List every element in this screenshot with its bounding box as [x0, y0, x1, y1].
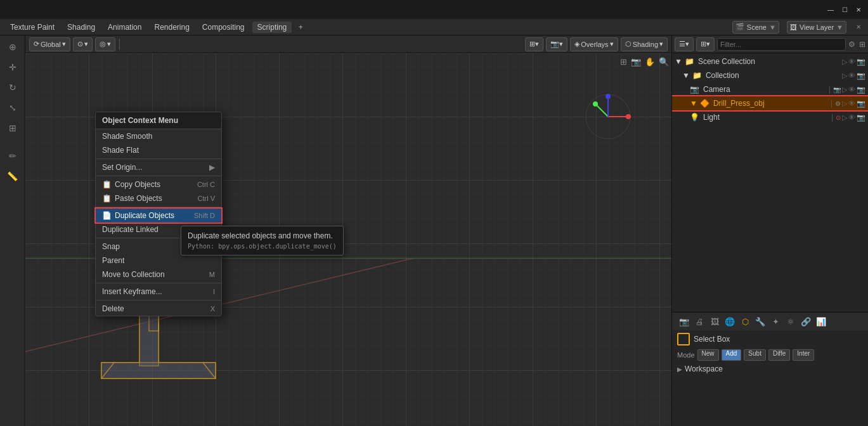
viewport-layout-selector[interactable]: ⊞▾: [525, 37, 543, 51]
outliner-content: ▼ 📁 Scene Collection ▷ 👁 📷 ▼ 📁 Collectio…: [672, 53, 868, 312]
menu-parent[interactable]: Parent: [96, 254, 221, 268]
scene-restrict-select[interactable]: ▷: [842, 58, 847, 66]
object-props-btn[interactable]: ⬡: [738, 314, 752, 328]
add-workspace-button[interactable]: +: [294, 21, 307, 34]
camera-row[interactable]: 📷 Camera | 📷 ▷ 👁 📷: [672, 82, 868, 96]
proportional-edit[interactable]: ◎ ▾: [95, 37, 115, 51]
menu-rendering[interactable]: Rendering: [149, 22, 194, 33]
menu-delete[interactable]: Delete X: [96, 302, 221, 316]
drill-restrict-select[interactable]: ▷: [842, 100, 847, 108]
mode-diffe-btn[interactable]: Diffe: [768, 349, 790, 361]
delete-shortcut: X: [211, 305, 215, 313]
insert-keyframe-shortcut: I: [213, 288, 215, 295]
collection-render[interactable]: 📷: [857, 72, 865, 80]
separator-2: [96, 176, 221, 176]
light-restrict-select[interactable]: ▷: [842, 113, 847, 122]
camera-actions: ▷ 👁 📷: [842, 86, 865, 94]
drill-render[interactable]: 📷: [857, 100, 865, 108]
context-menu: Object Context Menu Shade Smooth Shade F…: [95, 112, 222, 316]
move-tool[interactable]: ✛: [4, 58, 22, 76]
constraints-props-btn[interactable]: 🔗: [799, 314, 813, 328]
light-render[interactable]: 📷: [857, 113, 865, 122]
camera-view-btn[interactable]: 📷▾: [546, 37, 567, 51]
grid-view-icon[interactable]: ⊞: [620, 57, 627, 67]
set-origin-arrow: ▶: [209, 163, 215, 172]
menu-paste-objects[interactable]: 📋 Paste Objects Ctrl V: [96, 191, 221, 205]
scene-visible[interactable]: 👁: [848, 58, 855, 65]
properties-header: 📷 🖨 🖼 🌐 ⬡ 🔧 ✦ ⚛ 🔗 📊: [672, 313, 868, 330]
drill-press-label: Drill_Press_obj: [713, 99, 828, 108]
camera-icon[interactable]: 📷: [631, 57, 641, 67]
menu-copy-objects[interactable]: 📋 Copy Objects Ctrl C: [96, 178, 221, 191]
camera-restrict-select[interactable]: ▷: [842, 86, 847, 94]
outliner-search-input[interactable]: [717, 38, 846, 51]
drill-press-expand-icon: ▼: [690, 99, 697, 108]
overlays-icon: ◈: [574, 40, 580, 48]
select-box-label: Select Box: [694, 335, 863, 344]
magnet-icon[interactable]: 🔍: [659, 57, 669, 67]
transform-tool[interactable]: ⊞: [4, 119, 22, 137]
close-view-button[interactable]: ✕: [854, 23, 863, 32]
physics-props-btn[interactable]: ⚛: [784, 314, 798, 328]
collection-restrict-select[interactable]: ▷: [842, 72, 847, 80]
menu-shade-flat[interactable]: Shade Flat: [96, 143, 221, 157]
mode-add-btn[interactable]: Add: [722, 349, 742, 361]
menu-insert-keyframe[interactable]: Insert Keyframe... I: [96, 285, 221, 299]
output-props-btn[interactable]: 🖨: [692, 314, 706, 328]
outliner-display-btn[interactable]: ⊞▾: [696, 37, 715, 51]
data-props-btn[interactable]: 📊: [814, 314, 828, 328]
rotate-tool[interactable]: ↻: [4, 79, 22, 96]
drill-press-row[interactable]: ▼ 🔶 Drill_Press_obj | ⚙ ▷ 👁 📷: [672, 96, 868, 110]
drill-press-separator: |: [831, 99, 832, 108]
close-button[interactable]: ✕: [854, 5, 863, 14]
menu-texture-paint[interactable]: Texture Paint: [5, 22, 60, 33]
world-props-btn[interactable]: 🌐: [723, 314, 737, 328]
minimize-button[interactable]: —: [826, 5, 835, 14]
hand-icon[interactable]: ✋: [645, 57, 655, 67]
scene-selector[interactable]: 🎬 Scene ▼: [732, 21, 779, 34]
particles-props-btn[interactable]: ✦: [768, 314, 782, 328]
mode-subt-btn[interactable]: Subt: [744, 349, 766, 361]
modifier-props-btn[interactable]: 🔧: [753, 314, 767, 328]
snap-label: Snap: [102, 242, 120, 251]
menu-scripting[interactable]: Scripting: [252, 22, 292, 33]
scene-render[interactable]: 📷: [857, 58, 865, 66]
title-bar: — ☐ ✕: [0, 0, 868, 19]
menu-set-origin[interactable]: Set Origin... ▶: [96, 160, 221, 174]
camera-visible[interactable]: 👁: [848, 86, 855, 93]
outliner-options-btn[interactable]: ⊞: [859, 40, 865, 49]
mode-inter-btn[interactable]: Inter: [793, 349, 814, 361]
measure-tool[interactable]: 📏: [4, 167, 22, 185]
menu-shade-smooth[interactable]: Shade Smooth: [96, 129, 221, 143]
annotate-tool[interactable]: ✏: [4, 147, 22, 165]
menu-animation[interactable]: Animation: [103, 22, 146, 33]
snap-selector[interactable]: ⊙ ▾: [73, 37, 93, 51]
outliner-filter-btn[interactable]: ⚙: [848, 40, 855, 49]
overlays-btn[interactable]: ◈ Overlays ▾: [570, 37, 618, 51]
render-props-btn[interactable]: 📷: [677, 314, 691, 328]
workspace-row[interactable]: ▶ Workspace: [672, 362, 868, 376]
svg-point-20: [606, 94, 611, 99]
light-row[interactable]: 💡 Light | ⊙ ▷ 👁 📷: [672, 110, 868, 124]
scale-tool[interactable]: ⤡: [4, 99, 22, 117]
menu-compositing[interactable]: Compositing: [197, 22, 250, 33]
shading-btn[interactable]: ⬡ Shading ▾: [621, 37, 668, 51]
scene-collection-row[interactable]: ▼ 📁 Scene Collection ▷ 👁 📷: [672, 55, 868, 68]
outliner-mode-btn[interactable]: ☰▾: [675, 37, 694, 51]
cursor-tool[interactable]: ⊕: [4, 38, 22, 56]
scene-props-btn[interactable]: 🖼: [708, 314, 722, 328]
camera-separator: |: [829, 85, 831, 94]
drill-visible[interactable]: 👁: [848, 100, 855, 107]
menu-shading[interactable]: Shading: [62, 22, 100, 33]
maximize-button[interactable]: ☐: [840, 5, 849, 14]
menu-move-collection[interactable]: Move to Collection M: [96, 268, 221, 281]
light-visible[interactable]: 👁: [848, 113, 855, 121]
transform-orientation-selector[interactable]: ⟳ Global ▾: [29, 37, 70, 51]
menu-duplicate-objects[interactable]: 📄 Duplicate Objects Shift D: [96, 209, 221, 223]
mode-new-btn[interactable]: New: [697, 349, 719, 361]
view-layer-selector[interactable]: 🖼 View Layer ▼: [787, 21, 846, 34]
paste-shortcut: Ctrl V: [198, 195, 216, 202]
collection-row[interactable]: ▼ 📁 Collection ▷ 👁 📷: [672, 68, 868, 82]
collection-visible[interactable]: 👁: [848, 72, 855, 79]
camera-render[interactable]: 📷: [857, 86, 865, 94]
